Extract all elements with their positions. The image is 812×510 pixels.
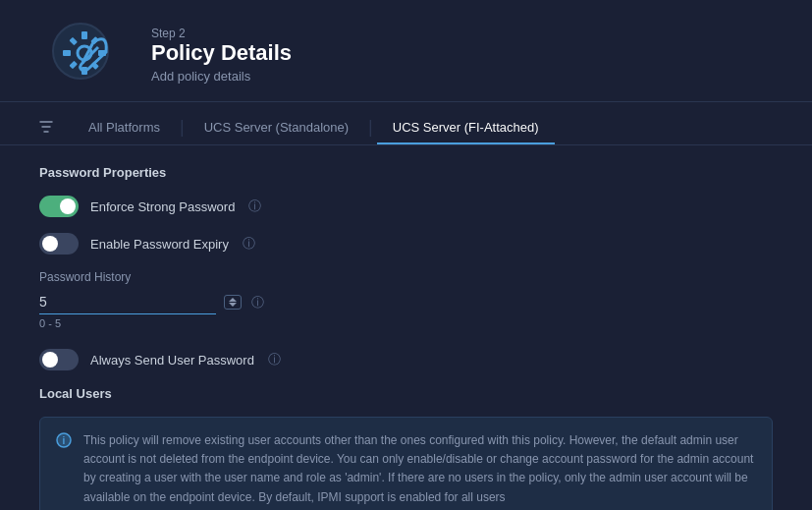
password-history-stepper[interactable]	[224, 295, 242, 310]
password-expiry-toggle[interactable]	[39, 233, 79, 255]
tab-ucs-standalone[interactable]: UCS Server (Standalone)	[189, 112, 364, 144]
enforce-info-icon[interactable]: ⓘ	[248, 198, 261, 215]
svg-text:i: i	[63, 435, 66, 446]
enforce-strong-password-label: Enforce Strong Password	[90, 199, 235, 214]
header-text: Step 2 Policy Details Add policy details	[151, 27, 292, 84]
tab-divider-2: |	[364, 117, 377, 138]
step-label: Step 2	[151, 27, 292, 40]
tab-divider-1: |	[176, 117, 189, 138]
local-users-section-title: Local Users	[39, 386, 773, 401]
password-history-input-row: ⓘ	[39, 290, 773, 314]
always-send-password-label: Always Send User Password	[90, 353, 254, 368]
page-subtitle: Add policy details	[151, 69, 292, 84]
enforce-strong-password-row: Enforce Strong Password ⓘ	[39, 196, 773, 217]
page-container: Step 2 Policy Details Add policy details…	[0, 0, 812, 510]
local-users-info-box: i This policy will remove existing user …	[39, 417, 773, 510]
filter-icon	[39, 120, 53, 137]
main-content: Password Properties Enforce Strong Passw…	[0, 145, 812, 510]
svg-rect-4	[63, 50, 71, 56]
password-expiry-row: Enable Password Expiry ⓘ	[39, 233, 773, 255]
expiry-info-icon[interactable]: ⓘ	[243, 235, 255, 253]
password-history-range: 0 - 5	[39, 317, 773, 329]
info-box-icon: i	[56, 432, 72, 452]
tab-all-platforms[interactable]: All Platforms	[73, 112, 176, 144]
enforce-strong-password-toggle[interactable]	[39, 196, 79, 217]
always-send-password-toggle[interactable]	[39, 349, 79, 370]
page-title: Policy Details	[151, 40, 292, 66]
password-expiry-label: Enable Password Expiry	[90, 237, 229, 252]
tabs-bar: All Platforms | UCS Server (Standalone) …	[0, 102, 812, 145]
header-icon	[39, 18, 128, 91]
password-section-title: Password Properties	[39, 165, 773, 180]
local-users-info-text: This policy will remove existing user ac…	[83, 431, 756, 507]
always-send-password-row: Always Send User Password ⓘ	[39, 349, 773, 370]
history-info-icon[interactable]: ⓘ	[251, 294, 264, 312]
svg-rect-2	[81, 31, 87, 39]
password-history-section: Password History ⓘ 0 - 5	[39, 270, 773, 329]
tab-ucs-fi-attached[interactable]: UCS Server (FI-Attached)	[377, 112, 555, 144]
always-send-info-icon[interactable]: ⓘ	[268, 351, 281, 368]
password-history-input[interactable]	[39, 290, 216, 314]
stepper-up-arrow	[229, 298, 237, 302]
password-history-label: Password History	[39, 270, 773, 284]
stepper-down-arrow	[229, 303, 237, 307]
header: Step 2 Policy Details Add policy details	[0, 0, 812, 102]
